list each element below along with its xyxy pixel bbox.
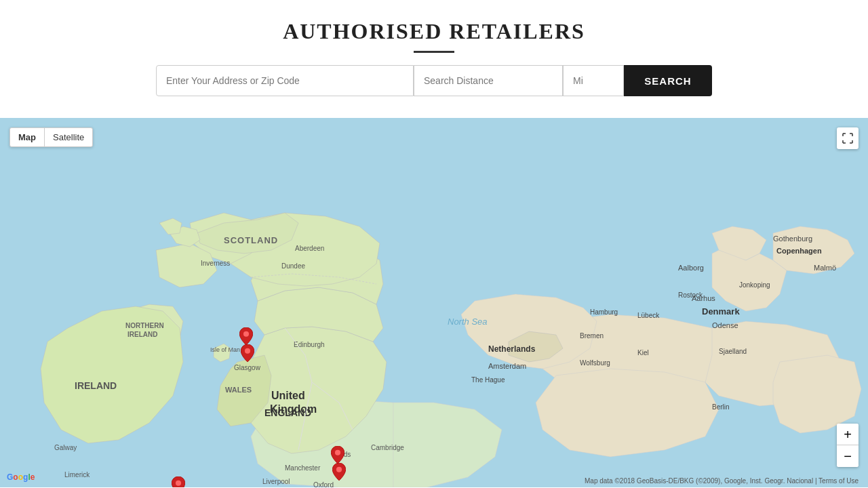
svg-text:Galway: Galway — [54, 444, 77, 451]
address-input[interactable] — [156, 65, 414, 96]
svg-text:Limerick: Limerick — [64, 471, 90, 479]
search-button[interactable]: SEARCH — [624, 65, 712, 96]
search-bar: SEARCH — [0, 65, 868, 107]
svg-text:Cork: Cork — [68, 487, 83, 487]
svg-point-47 — [335, 450, 340, 455]
title-divider — [414, 51, 454, 53]
svg-text:Gothenburg: Gothenburg — [773, 235, 812, 243]
svg-text:SCOTLAND: SCOTLAND — [224, 235, 278, 245]
svg-text:WALES: WALES — [225, 386, 252, 394]
svg-text:Manchester: Manchester — [285, 464, 321, 472]
svg-text:Malmö: Malmö — [814, 264, 836, 272]
svg-text:Dundee: Dundee — [281, 262, 305, 270]
map-marker[interactable] — [241, 344, 254, 362]
svg-text:Aberdeen: Aberdeen — [295, 245, 324, 252]
svg-point-43 — [243, 331, 249, 337]
svg-point-48 — [336, 467, 342, 472]
svg-text:United: United — [271, 390, 305, 401]
svg-text:IRELAND: IRELAND — [75, 380, 117, 391]
svg-text:Isle of Man: Isle of Man — [210, 346, 240, 353]
svg-text:Oxford: Oxford — [313, 481, 334, 487]
svg-text:Kingdom: Kingdom — [270, 403, 317, 415]
svg-text:Netherlands: Netherlands — [488, 344, 536, 354]
map-background: Gothenburg Jonkoping Aalborg Aarhus Oden… — [0, 118, 868, 487]
fullscreen-icon — [842, 133, 853, 144]
svg-text:North Sea: North Sea — [448, 317, 488, 327]
svg-text:Inverness: Inverness — [201, 260, 230, 267]
zoom-in-button[interactable]: + — [837, 424, 859, 445]
svg-text:IRELAND: IRELAND — [127, 331, 157, 338]
svg-text:Amsterdam: Amsterdam — [488, 362, 526, 370]
svg-text:Copenhagen: Copenhagen — [776, 247, 822, 255]
map-tab[interactable]: Map — [10, 128, 45, 146]
map-marker[interactable] — [239, 327, 253, 345]
distance-input[interactable] — [414, 65, 563, 96]
svg-text:Edinburgh: Edinburgh — [294, 341, 325, 348]
fullscreen-button[interactable] — [837, 127, 859, 149]
svg-text:Glasgow: Glasgow — [234, 364, 261, 371]
satellite-tab[interactable]: Satellite — [45, 128, 92, 146]
svg-text:Kiel: Kiel — [637, 349, 649, 357]
google-logo: Google — [7, 472, 35, 482]
svg-text:Wolfsburg: Wolfsburg — [580, 359, 610, 367]
page-title: AUTHORISED RETAILERS — [0, 19, 868, 44]
svg-text:Aalborg: Aalborg — [678, 264, 704, 272]
svg-text:Hamburg: Hamburg — [590, 308, 618, 316]
page-header: AUTHORISED RETAILERS SEARCH — [0, 0, 868, 118]
svg-text:Lübeck: Lübeck — [637, 312, 660, 319]
map-marker[interactable] — [172, 476, 185, 487]
map-footer: Map data ©2018 GeoBasis-DE/BKG (©2009), … — [585, 477, 859, 485]
zoom-out-button[interactable]: − — [837, 445, 859, 467]
svg-text:NORTHERN: NORTHERN — [125, 322, 164, 329]
svg-text:Cambridge: Cambridge — [371, 444, 404, 451]
svg-text:Odense: Odense — [712, 321, 738, 329]
svg-text:Berlin: Berlin — [712, 403, 730, 411]
svg-text:Rostock: Rostock — [678, 291, 703, 299]
svg-point-44 — [245, 348, 250, 354]
svg-text:Bremen: Bremen — [580, 332, 604, 340]
map-container[interactable]: Gothenburg Jonkoping Aalborg Aarhus Oden… — [0, 118, 868, 487]
svg-text:The Hague: The Hague — [471, 376, 505, 384]
svg-text:Denmark: Denmark — [702, 306, 740, 317]
map-marker[interactable] — [331, 446, 344, 464]
unit-input[interactable] — [563, 65, 624, 96]
map-controls: Map Satellite — [9, 127, 93, 147]
zoom-controls: + − — [837, 424, 859, 467]
svg-text:Jonkoping: Jonkoping — [739, 281, 770, 289]
map-marker[interactable] — [332, 463, 346, 481]
page-wrapper: AUTHORISED RETAILERS SEARCH — [0, 0, 868, 487]
svg-point-45 — [176, 481, 181, 486]
svg-text:Sjaelland: Sjaelland — [719, 348, 747, 355]
svg-text:Liverpool: Liverpool — [262, 478, 290, 485]
